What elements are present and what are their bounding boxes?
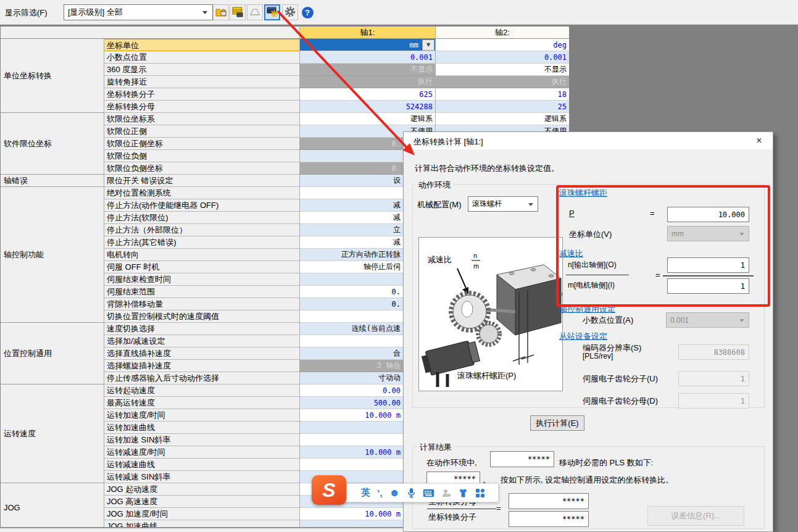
param-name-cell[interactable]: 选择直线插补速度 <box>104 347 300 360</box>
ratio-num-input[interactable]: 1 <box>667 257 749 273</box>
param-name-cell[interactable]: 运转减速度/时间 <box>104 446 300 459</box>
param-name-cell[interactable]: JOG 加速度/时间 <box>104 508 300 520</box>
person-icon[interactable]: 19 <box>441 488 451 498</box>
param-name-cell[interactable]: 停止方法(其它错误) <box>104 236 300 249</box>
axis-common-link[interactable]: 轴控制通用设定 <box>559 304 615 315</box>
display-level-select[interactable]: [显示级别] 全部 <box>64 4 213 20</box>
param-name-cell[interactable]: 选择加/减速设定 <box>104 335 300 347</box>
ime-mode-button[interactable]: 英 <box>361 487 370 499</box>
param-name-cell[interactable]: 停止方法(动作使能继电器 OFF) <box>104 199 300 212</box>
param-name-cell[interactable]: 360 度显示 <box>104 64 300 76</box>
param-name-cell[interactable]: 运转减速 SIN斜率 <box>104 471 300 483</box>
param-name-cell[interactable]: 软限位正侧 <box>104 125 300 138</box>
param-name-cell[interactable]: 停止方法（外部限位） <box>104 224 300 236</box>
close-icon[interactable]: × <box>753 135 765 147</box>
illustration-caption: 滚珠螺杆螺距(P) <box>457 371 516 380</box>
keyboard-icon[interactable] <box>423 489 434 497</box>
ratio-den-input[interactable]: 1 <box>667 278 749 294</box>
graph-icon <box>249 6 261 20</box>
param-name-cell[interactable]: JOG 起动速度 <box>104 483 300 496</box>
encoder-resolution-field: 8388608 <box>678 344 749 360</box>
value-fraction-line <box>663 275 754 276</box>
param-name-cell[interactable]: 软限位坐标系 <box>104 113 300 125</box>
axis2-value-cell[interactable]: deg <box>436 39 569 51</box>
param-name-cell[interactable]: 旋转角择近 <box>104 76 300 88</box>
param-name-cell[interactable]: 软限位正侧坐标 <box>104 138 300 150</box>
ball-screw-pitch-link[interactable]: 滚珠螺杆螺距 <box>559 188 607 199</box>
param-name-cell[interactable]: 软限位负侧 <box>104 150 300 162</box>
param-name-cell[interactable]: 运转减速曲线 <box>104 459 300 471</box>
header-axis1-cell[interactable]: 轴1: <box>300 27 436 39</box>
axis1-value-cell[interactable]: 524288 <box>300 101 436 113</box>
result-legend: 计算结果 <box>417 442 454 453</box>
error-info-button[interactable]: 误差信息(R)... <box>647 506 744 526</box>
execute-calc-button[interactable]: 执行计算(E) <box>530 415 584 431</box>
axis2-value-cell[interactable]: 执行 <box>436 76 569 88</box>
axis2-value-cell[interactable]: 0.001 <box>436 51 569 64</box>
coordinate-conversion-button[interactable] <box>264 4 280 20</box>
dropdown-button[interactable]: ▼ <box>422 39 434 51</box>
param-name-cell[interactable]: 运转加速 SIN斜率 <box>104 434 300 446</box>
machine-config-select[interactable]: 滚珠螺杆 <box>468 196 538 212</box>
encoder-unit-label: [PLS/rev] <box>583 352 613 360</box>
group-cell: 单位坐标转换 <box>1 39 104 113</box>
axis2-value-cell[interactable]: 逻辑系 <box>436 113 569 125</box>
svg-text:19: 19 <box>447 494 451 497</box>
param-name-cell[interactable]: 背隙补偿移动量 <box>104 298 300 310</box>
emoji-icon[interactable]: ☻ <box>389 487 400 499</box>
axis1-value-cell[interactable]: 0.001 <box>300 51 436 64</box>
table-row: 360 度显示不显示不显示 <box>104 64 569 76</box>
gear-num-label: 伺服电子齿轮分子(U) <box>583 373 658 384</box>
param-name-cell[interactable]: 坐标转换分子 <box>104 88 300 101</box>
param-name-cell[interactable]: JOG 加速曲线 <box>104 520 300 528</box>
env-legend: 动作环境 <box>416 180 453 191</box>
reduction-ratio-link[interactable]: 减速比 <box>559 248 583 259</box>
axis2-value-cell[interactable]: 25 <box>436 101 569 113</box>
param-name-cell[interactable]: 选择螺旋插补速度 <box>104 360 300 372</box>
axis1-value-cell[interactable]: 执行 <box>300 76 436 88</box>
axis1-value-cell[interactable]: 不显示 <box>300 64 436 76</box>
param-name-cell[interactable]: 运转加速度/时间 <box>104 409 300 422</box>
param-name-cell[interactable]: 运转加速曲线 <box>104 422 300 434</box>
skin-icon[interactable] <box>458 488 468 498</box>
param-name-cell[interactable]: 停止传感器输入后寸动动作选择 <box>104 372 300 384</box>
pitch-input[interactable]: 10.000 <box>667 207 749 222</box>
axis1-value-cell[interactable]: 625 <box>300 88 436 101</box>
param-name-cell[interactable]: 小数点位置 <box>104 51 300 64</box>
group-cell: 运转速度 <box>1 384 104 483</box>
sogou-logo[interactable]: S <box>312 475 346 505</box>
param-name-cell[interactable]: 限位开关 错误设定 <box>104 175 300 187</box>
axis2-value-cell[interactable]: 18 <box>436 88 569 101</box>
param-name-cell[interactable]: 切换位置控制模式时的速度阈值 <box>104 310 300 323</box>
help-button[interactable]: ? <box>299 4 315 20</box>
write-table-button[interactable] <box>230 4 246 20</box>
punctuation-icon[interactable]: ’, <box>377 488 382 498</box>
param-name-cell[interactable]: JOG 高速速度 <box>104 496 300 508</box>
dialog-titlebar[interactable]: 坐标转换计算 [轴1:] × <box>404 132 773 149</box>
param-name-cell[interactable]: 坐标转换分母 <box>104 101 300 113</box>
toolbar: 显示筛选(F) [显示级别] 全部 ? <box>0 0 798 25</box>
axis1-value-cell[interactable]: mm▼ <box>300 39 436 51</box>
param-name-cell[interactable]: 软限位负侧坐标 <box>104 162 300 175</box>
header-axis2-cell[interactable]: 轴2: <box>436 27 569 39</box>
toolbox-icon[interactable] <box>475 488 485 498</box>
param-name-cell[interactable]: 坐标单位 <box>104 39 300 51</box>
param-name-cell[interactable]: 运转起动速度 <box>104 384 300 397</box>
axis1-value-cell[interactable]: 逻辑系 <box>300 113 436 125</box>
settings-button[interactable] <box>282 4 298 20</box>
table-row: 坐标转换分母52428825 <box>104 101 569 113</box>
param-name-cell[interactable]: 绝对位置检测系统 <box>104 187 300 199</box>
parameter-io-button[interactable] <box>213 4 229 20</box>
axis2-value-cell[interactable]: 不显示 <box>436 64 569 76</box>
param-name-cell[interactable]: 伺服结束检查时间 <box>104 273 300 286</box>
param-name-cell[interactable]: 速度切换选择 <box>104 323 300 335</box>
param-name-cell[interactable]: 伺服 OFF 时机 <box>104 261 300 273</box>
param-name-cell[interactable]: 伺服结束范围 <box>104 286 300 298</box>
param-name-cell[interactable]: 电机转向 <box>104 249 300 261</box>
gear-num-field: 1 <box>678 371 749 386</box>
param-name-cell[interactable]: 停止方法(软限位) <box>104 212 300 224</box>
microphone-icon[interactable] <box>407 488 416 498</box>
graph-button[interactable] <box>247 4 263 20</box>
param-name-cell[interactable]: 最高运转速度 <box>104 397 300 409</box>
slave-device-link[interactable]: 从站设备设定 <box>559 331 607 342</box>
